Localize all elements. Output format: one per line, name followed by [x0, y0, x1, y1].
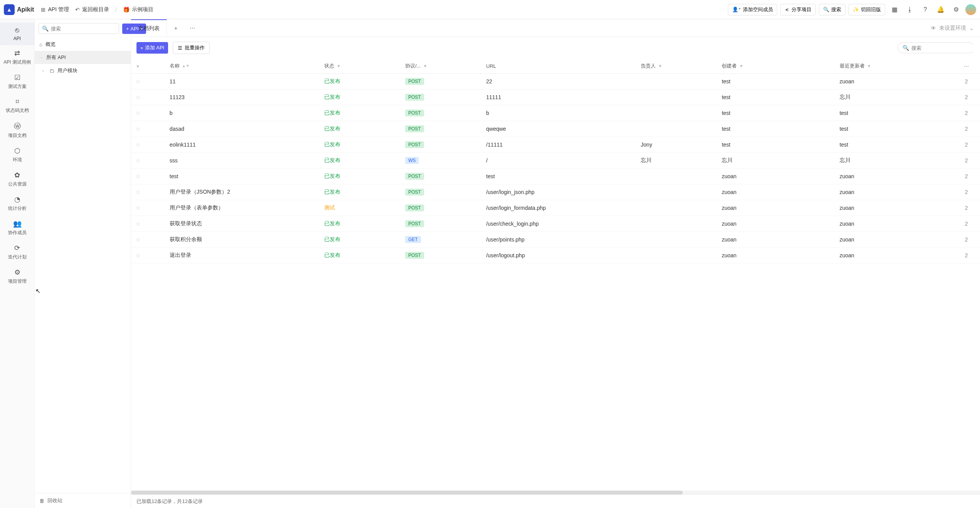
rail-icon: ⓦ	[14, 122, 21, 131]
star-icon[interactable]: ☆	[136, 252, 141, 258]
add-member-button[interactable]: 👤⁺ 添加空间成员	[728, 4, 777, 15]
rail-item-5[interactable]: ⬡环境	[0, 143, 34, 167]
col-name[interactable]: 名称	[170, 62, 180, 69]
download-icon[interactable]: ⭳	[904, 3, 916, 16]
star-icon[interactable]: ☆	[136, 236, 141, 243]
tree-all-api[interactable]: ⋯ 所有 API	[35, 51, 131, 64]
env-selector[interactable]: 👁 未设置环境 ⌄	[924, 19, 980, 37]
table-row[interactable]: ☆ 获取积分余额 已发布 GET /user/points.php zuoan …	[131, 232, 980, 248]
rail-item-3[interactable]: ⌗状态码文档	[0, 94, 34, 118]
col-url[interactable]: URL	[486, 63, 496, 69]
table-row[interactable]: ☆ 11123 已发布 POST 11111 test 忘川 2	[131, 89, 980, 105]
rail-item-8[interactable]: 👥协作成员	[0, 216, 34, 240]
share-project-button[interactable]: ⪪ 分享项目	[780, 4, 816, 15]
cell-owner	[636, 121, 717, 137]
rail-item-4[interactable]: ⓦ项目文档	[0, 118, 34, 143]
cell-url: /11111	[482, 137, 636, 153]
rail-item-9[interactable]: ⟳迭代计划	[0, 240, 34, 264]
cell-name: 获取积分余额	[165, 232, 320, 248]
rail-item-1[interactable]: ⇄API 测试用例	[0, 45, 34, 69]
star-icon[interactable]: ☆	[136, 157, 141, 164]
filter-icon[interactable]: ▼	[658, 64, 662, 68]
table-row[interactable]: ☆ 获取登录状态 已发布 POST /user/check_login.php …	[131, 216, 980, 232]
bell-icon[interactable]: 🔔	[935, 3, 947, 16]
cell-owner	[636, 232, 717, 248]
switch-old-label: 切回旧版	[861, 6, 881, 13]
rail-item-7[interactable]: ◔统计分析	[0, 191, 34, 216]
col-status[interactable]: 状态	[324, 62, 334, 69]
rail-item-2[interactable]: ☑测试方案	[0, 69, 34, 94]
sidebar-search[interactable]: 🔍	[39, 23, 119, 34]
star-icon[interactable]: ☆	[136, 189, 141, 195]
gear-icon[interactable]: ⚙	[950, 3, 962, 16]
content: 文档列表 + ⋯ 👁 未设置环境 ⌄ + 添加 API ☰ 批量操作	[131, 19, 980, 508]
batch-button[interactable]: ☰ 批量操作	[173, 42, 210, 54]
star-icon[interactable]: ☆	[136, 110, 141, 116]
home-icon: ⌂	[39, 42, 42, 47]
cell-name: 退出登录	[165, 248, 320, 263]
filter-icon[interactable]: ▼	[337, 64, 341, 68]
table-row[interactable]: ☆ 11 已发布 POST 22 test zuoan 2	[131, 74, 980, 89]
star-icon[interactable]: ☆	[136, 173, 141, 179]
rail-item-6[interactable]: ✿公共资源	[0, 167, 34, 191]
filter-icon[interactable]: ▼	[739, 64, 743, 68]
filter-icon[interactable]: ▼	[136, 64, 140, 69]
add-api-button[interactable]: + 添加 API	[136, 42, 168, 54]
star-icon[interactable]: ☆	[136, 94, 141, 100]
tree-overview[interactable]: ⌂ 概览	[35, 38, 131, 51]
tree-user-module[interactable]: › 🗀 用户模块	[35, 64, 131, 77]
table-wrap[interactable]: ▼ 名称▲▼ 状态▼ 协议/...▼ URL 负责人▼ 创建者▼ 最近更新者▼ …	[131, 59, 980, 491]
scrollbar-thumb[interactable]	[131, 491, 683, 494]
table-row[interactable]: ☆ 用户登录（表单参数） 测试 POST /user/login_formdat…	[131, 200, 980, 216]
cell-updater: test	[835, 137, 953, 153]
star-icon[interactable]: ☆	[136, 126, 141, 132]
cell-extra: 2	[953, 89, 980, 105]
rail-icon: ⎋	[15, 26, 19, 34]
rail-item-10[interactable]: ⚙项目管理	[0, 264, 34, 289]
cell-creator: zuoan	[717, 184, 835, 200]
tab-add[interactable]: +	[167, 19, 185, 37]
switch-old-button[interactable]: ✨ 切回旧版	[849, 4, 885, 15]
project-breadcrumb[interactable]: 🎁 示例项目	[123, 6, 153, 13]
api-management-nav[interactable]: ⊞ API 管理	[41, 6, 69, 13]
table-row[interactable]: ☆ dasad 已发布 POST qweqwe test test 2	[131, 121, 980, 137]
star-icon[interactable]: ☆	[136, 78, 141, 84]
horizontal-scrollbar[interactable]	[131, 491, 980, 494]
col-updater[interactable]: 最近更新者	[840, 62, 865, 69]
table-row[interactable]: ☆ test 已发布 POST test zuoan zuoan 2	[131, 169, 980, 184]
table-row[interactable]: ☆ eolink1111 已发布 POST /11111 Jony test t…	[131, 137, 980, 153]
tab-more[interactable]: ⋯	[185, 19, 200, 37]
cell-status: 已发布	[324, 220, 340, 226]
table-row[interactable]: ☆ b 已发布 POST b test test 2	[131, 105, 980, 121]
rail-item-0[interactable]: ⎋API	[0, 22, 34, 45]
calendar-icon[interactable]: ▦	[888, 3, 901, 16]
table-row[interactable]: ☆ 用户登录（JSON参数）2 已发布 POST /user/login_jso…	[131, 184, 980, 200]
sidebar: 🔍 + API ▾ ⌂ 概览 ⋯ 所有 API	[35, 19, 131, 508]
rail-label: 环境	[13, 157, 22, 163]
tab-doc-list[interactable]: 文档列表	[131, 19, 167, 37]
help-icon[interactable]: ?	[919, 3, 931, 16]
more-icon[interactable]: ⋯	[964, 63, 969, 69]
back-root-nav[interactable]: ↶ 返回根目录	[75, 6, 109, 13]
sort-icon[interactable]: ▲▼	[182, 65, 190, 67]
rail-label: 测试方案	[8, 83, 27, 90]
cell-status: 已发布	[324, 125, 340, 132]
search-button[interactable]: 🔍 搜索	[819, 4, 845, 15]
table-row[interactable]: ☆ sss 已发布 WS / 忘川 忘川 忘川 2	[131, 153, 980, 169]
table-search-input[interactable]	[911, 45, 976, 51]
table-search[interactable]: 🔍	[897, 42, 975, 53]
col-creator[interactable]: 创建者	[722, 62, 737, 69]
sidebar-search-input[interactable]	[51, 26, 116, 32]
logo[interactable]: ▲ Apikit	[4, 4, 34, 15]
filter-icon[interactable]: ▼	[867, 64, 871, 68]
star-icon[interactable]: ☆	[136, 142, 141, 148]
sidebar-recycle[interactable]: 🗑 回收站	[35, 493, 131, 508]
cell-url: /user/login_formdata.php	[482, 200, 636, 216]
filter-icon[interactable]: ▼	[423, 64, 427, 68]
col-protocol[interactable]: 协议/...	[405, 62, 421, 69]
star-icon[interactable]: ☆	[136, 205, 141, 211]
table-row[interactable]: ☆ 退出登录 已发布 POST /user/logout.php zuoan z…	[131, 248, 980, 263]
avatar[interactable]	[965, 4, 976, 15]
col-owner[interactable]: 负责人	[641, 62, 656, 69]
star-icon[interactable]: ☆	[136, 221, 141, 227]
